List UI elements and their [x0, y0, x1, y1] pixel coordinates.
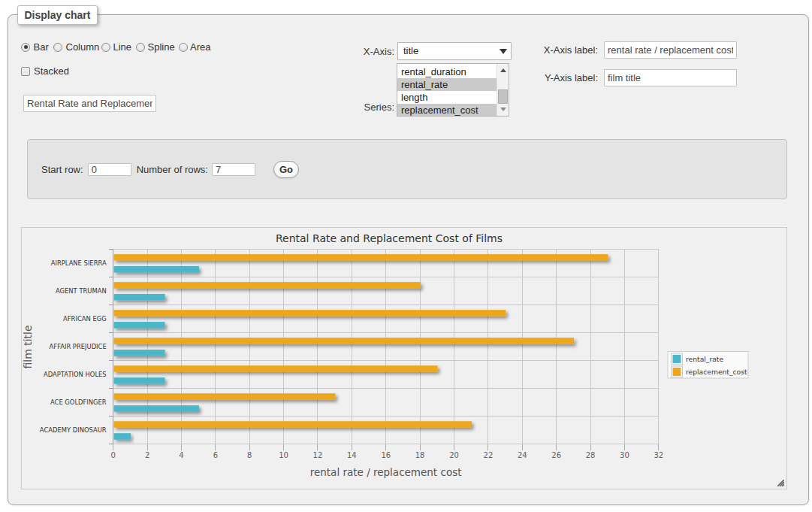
chart-container: Rental Rate and Replacement Cost of Film…: [21, 227, 787, 489]
category-label: AIRPLANE SIERRA: [51, 259, 107, 267]
scrollbar-down-button[interactable]: [497, 104, 509, 116]
bar-replacement_cost: [114, 421, 472, 428]
x-tick-label: 12: [313, 451, 323, 459]
x-tick-label: 4: [179, 451, 183, 459]
chart-type-radio-label[interactable]: Line: [113, 42, 132, 53]
stacked-label[interactable]: Stacked: [34, 65, 69, 77]
y-axis-title: film title: [22, 325, 34, 368]
x-tick-label: 22: [484, 451, 494, 459]
x-axis-select[interactable]: title: [397, 42, 512, 60]
legend-swatch-replacement_cost: [673, 368, 681, 376]
category-label: ACADEMY DINOSAUR: [40, 426, 107, 434]
scrollbar-up-button[interactable]: [497, 64, 509, 76]
chart-type-radio-line[interactable]: [101, 43, 110, 52]
x-tick-label: 14: [347, 451, 357, 459]
chart-type-radio-label[interactable]: Area: [190, 42, 210, 53]
x-tick-label: 30: [620, 451, 629, 459]
stacked-checkbox[interactable]: [21, 67, 30, 76]
chart-title-input[interactable]: [23, 95, 156, 112]
chart-title: Rental Rate and Replacement Cost of Film…: [276, 232, 503, 244]
x-tick-label: 10: [279, 451, 288, 459]
category-label: AGENT TRUMAN: [56, 287, 107, 295]
bar-rental_rate: [114, 266, 199, 273]
resize-grip-icon[interactable]: [777, 480, 784, 486]
chart-type-radio-spline[interactable]: [136, 43, 145, 52]
x-axis-label-caption: X-Axis label:: [523, 44, 598, 56]
scrollbar-thumb[interactable]: [498, 89, 508, 104]
bar-rental_rate: [114, 377, 165, 384]
chart-type-radio-label[interactable]: Spline: [148, 42, 175, 53]
series-option-replacement_cost[interactable]: replacement_cost: [397, 104, 497, 117]
scroll-down-icon: [500, 108, 506, 111]
stacked-row: Stacked: [21, 66, 69, 76]
x-tick-label: 18: [415, 451, 425, 459]
select-dropdown-arrow-icon: [500, 49, 507, 54]
number-of-rows-input[interactable]: [212, 163, 255, 176]
x-tick-label: 26: [551, 451, 561, 459]
legend-label-rental_rate: rental_rate: [686, 355, 723, 363]
bar-rental_rate: [114, 322, 165, 329]
bar-chart: Rental Rate and Replacement Cost of Film…: [22, 228, 788, 490]
chart-type-radio-bar[interactable]: [21, 43, 30, 52]
bar-replacement_cost: [114, 393, 336, 400]
y-axis-label-input[interactable]: [604, 69, 737, 86]
go-button[interactable]: Go: [273, 161, 299, 178]
chart-type-radio-area[interactable]: [179, 43, 188, 52]
x-tick-label: 24: [518, 451, 527, 459]
start-row-input[interactable]: [88, 163, 131, 176]
series-option-rental_duration[interactable]: rental_duration: [397, 65, 497, 78]
category-label: AFRICAN EGG: [63, 315, 107, 323]
chart-type-radio-label[interactable]: Column: [66, 42, 100, 53]
bar-rental_rate: [114, 433, 131, 440]
bar-replacement_cost: [114, 282, 421, 289]
x-tick-label: 0: [111, 451, 116, 459]
bar-replacement_cost: [114, 254, 608, 261]
series-label: Series:: [319, 101, 394, 113]
series-multiselect[interactable]: rental_durationrental_ratelengthreplacem…: [397, 63, 509, 117]
category-label: ADAPTATION HOLES: [44, 371, 107, 378]
x-tick-label: 28: [586, 451, 596, 459]
x-tick-label: 16: [381, 451, 391, 459]
x-axis-title: rental rate / replacement cost: [310, 466, 462, 478]
listbox-scrollbar[interactable]: [497, 64, 509, 116]
x-axis-selected-value: title: [403, 45, 418, 56]
scroll-up-icon: [500, 68, 506, 72]
category-label: AFFAIR PREJUDICE: [50, 343, 107, 350]
series-option-length[interactable]: length: [397, 91, 497, 104]
start-row-label: Start row:: [41, 164, 83, 175]
legend-label-replacement_cost: replacement_cost: [686, 368, 747, 376]
bar-replacement_cost: [114, 365, 438, 372]
chart-type-radio-column[interactable]: [53, 43, 62, 52]
legend-swatch-rental_rate: [673, 355, 681, 363]
bar-replacement_cost: [114, 310, 506, 317]
bar-rental_rate: [114, 350, 165, 356]
bar-rental_rate: [114, 405, 199, 412]
bar-rental_rate: [114, 294, 165, 301]
chart-legend: rental_ratereplacement_cost: [668, 352, 748, 379]
x-axis-label: X-Axis:: [319, 46, 394, 57]
fieldset-legend: Display chart: [17, 5, 98, 25]
chart-type-radio-label[interactable]: Bar: [34, 42, 49, 53]
rows-panel-row: Start row: Number of rows: Go: [41, 159, 299, 179]
category-label: ACE GOLDFINGER: [50, 398, 107, 406]
series-option-rental_rate[interactable]: rental_rate: [397, 78, 497, 91]
number-of-rows-label: Number of rows:: [137, 164, 208, 175]
x-tick-label: 2: [145, 451, 149, 459]
bar-replacement_cost: [114, 338, 574, 344]
y-axis-label-caption: Y-Axis label:: [523, 72, 598, 83]
x-tick-label: 32: [654, 451, 663, 459]
x-tick-label: 6: [213, 451, 218, 459]
x-tick-label: 8: [247, 451, 252, 459]
x-axis-label-input[interactable]: [604, 41, 737, 59]
x-tick-label: 20: [449, 451, 459, 459]
